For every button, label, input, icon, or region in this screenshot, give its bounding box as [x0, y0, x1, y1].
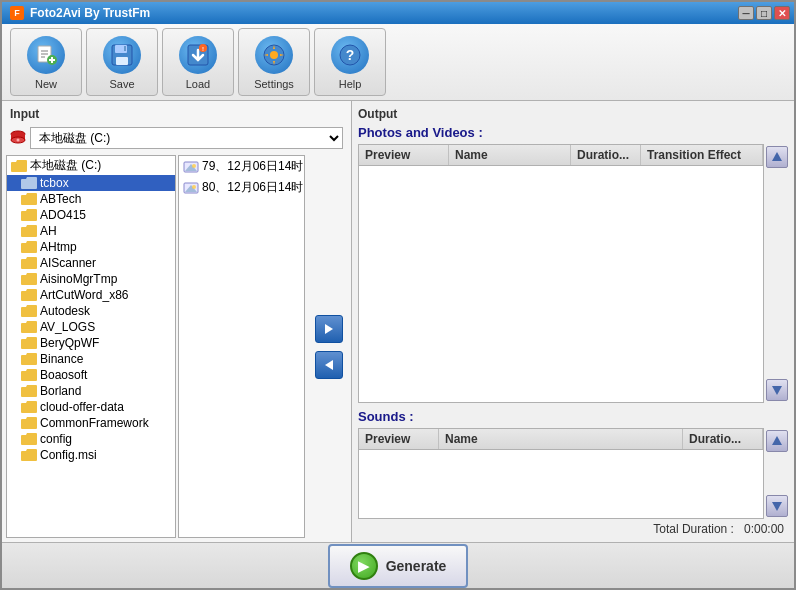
help-icon: ? — [331, 36, 369, 74]
photos-table-body[interactable] — [359, 166, 763, 402]
svg-marker-32 — [772, 436, 782, 445]
maximize-button[interactable]: □ — [756, 6, 772, 20]
svg-marker-28 — [325, 324, 333, 334]
output-label: Output — [358, 105, 788, 125]
tree-item-abtech[interactable]: ABTech — [7, 191, 175, 207]
photos-col-name-header: Name — [449, 145, 571, 165]
file-item-80[interactable]: 80、12月06日14时20... — [179, 177, 304, 198]
svg-text:!: ! — [202, 46, 204, 52]
titlebar-controls: ─ □ ✕ — [738, 6, 790, 20]
photos-col-transition-header: Transition Effect — [641, 145, 763, 165]
sounds-move-down-button[interactable] — [766, 495, 788, 517]
tree-item-borland[interactable]: Borland — [7, 383, 175, 399]
file-tree[interactable]: 本地磁盘 (C:) tcbox ABTech — [6, 155, 176, 538]
tree-item-binance[interactable]: Binance — [7, 351, 175, 367]
tree-item-ah[interactable]: AH — [7, 223, 175, 239]
save-button[interactable]: Save — [86, 28, 158, 96]
drive-icon — [10, 130, 26, 146]
settings-button[interactable]: Settings — [238, 28, 310, 96]
generate-button[interactable]: ▶ Generate — [328, 544, 469, 588]
svg-text:?: ? — [346, 47, 355, 63]
svg-rect-9 — [116, 57, 128, 65]
generate-play-icon: ▶ — [350, 552, 378, 580]
generate-label: Generate — [386, 558, 447, 574]
photos-table-container: Preview Name Duratio... Transition Effec… — [358, 144, 788, 403]
help-label: Help — [339, 78, 362, 90]
help-button[interactable]: ? Help — [314, 28, 386, 96]
photos-col-duration-header: Duratio... — [571, 145, 641, 165]
tree-item-config[interactable]: config — [7, 431, 175, 447]
main-window: F Foto2Avi By TrustFm ─ □ ✕ New — [0, 0, 796, 590]
titlebar-left: F Foto2Avi By TrustFm — [10, 6, 150, 20]
drive-selector: 本地磁盘 (C:) — [6, 125, 347, 151]
svg-marker-31 — [772, 386, 782, 395]
tree-item-boaosoft[interactable]: Boaosoft — [7, 367, 175, 383]
total-duration-value: 0:00:00 — [744, 522, 784, 536]
close-button[interactable]: ✕ — [774, 6, 790, 20]
file-item-79[interactable]: 79、12月06日14时19... — [179, 156, 304, 177]
sounds-table-header: Preview Name Duratio... — [359, 429, 763, 450]
svg-point-15 — [270, 51, 278, 59]
window-title: Foto2Avi By TrustFm — [30, 6, 150, 20]
file-list[interactable]: 79、12月06日14时19... 80、12月06日14时20... — [178, 155, 305, 538]
photos-section: Photos and Videos : Preview Name Duratio… — [358, 125, 788, 403]
photos-move-down-button[interactable] — [766, 379, 788, 401]
tree-item-cloud-offer[interactable]: cloud-offer-data — [7, 399, 175, 415]
generate-bar: ▶ Generate — [2, 542, 794, 588]
minimize-button[interactable]: ─ — [738, 6, 754, 20]
tree-item-root[interactable]: 本地磁盘 (C:) — [7, 156, 175, 175]
tree-item-ado415[interactable]: ADO415 — [7, 207, 175, 223]
tree-item-artcutword[interactable]: ArtCutWord_x86 — [7, 287, 175, 303]
remove-from-output-button[interactable] — [315, 351, 343, 379]
sounds-table-body[interactable] — [359, 450, 763, 518]
photos-table-header: Preview Name Duratio... Transition Effec… — [359, 145, 763, 166]
save-label: Save — [109, 78, 134, 90]
svg-rect-10 — [124, 46, 126, 51]
sounds-section: Sounds : Preview Name Duratio... — [358, 409, 788, 519]
input-label: Input — [6, 105, 347, 125]
photos-nav-buttons — [766, 144, 788, 403]
tree-item-aisinomgrtmp[interactable]: AisinoMgrTmp — [7, 271, 175, 287]
svg-point-27 — [192, 185, 196, 189]
output-panel: Output Photos and Videos : Preview Name … — [352, 101, 794, 542]
file-area: 本地磁盘 (C:) tcbox ABTech — [6, 155, 347, 538]
app-icon: F — [10, 6, 24, 20]
add-to-output-button[interactable] — [315, 315, 343, 343]
load-label: Load — [186, 78, 210, 90]
sounds-table: Preview Name Duratio... — [358, 428, 764, 519]
svg-point-24 — [192, 164, 196, 168]
photos-table: Preview Name Duratio... Transition Effec… — [358, 144, 764, 403]
tree-item-aiscanner[interactable]: AIScanner — [7, 255, 175, 271]
tree-item-tcbox[interactable]: tcbox — [7, 175, 175, 191]
new-button[interactable]: New — [10, 28, 82, 96]
tree-item-configmsi[interactable]: Config.msi — [7, 447, 175, 463]
sounds-section-title: Sounds : — [358, 409, 788, 424]
svg-marker-30 — [772, 152, 782, 161]
sounds-move-up-button[interactable] — [766, 430, 788, 452]
photos-move-up-button[interactable] — [766, 146, 788, 168]
svg-marker-29 — [325, 360, 333, 370]
transfer-buttons — [311, 155, 347, 538]
tree-item-avlogs[interactable]: AV_LOGS — [7, 319, 175, 335]
titlebar: F Foto2Avi By TrustFm ─ □ ✕ — [2, 2, 794, 24]
settings-label: Settings — [254, 78, 294, 90]
sounds-col-duration-header: Duratio... — [683, 429, 763, 449]
drive-dropdown[interactable]: 本地磁盘 (C:) — [30, 127, 343, 149]
svg-marker-33 — [772, 502, 782, 511]
sounds-table-container: Preview Name Duratio... — [358, 428, 788, 519]
svg-point-21 — [17, 139, 20, 142]
sounds-col-preview-header: Preview — [359, 429, 439, 449]
tree-item-autodesk[interactable]: Autodesk — [7, 303, 175, 319]
total-duration: Total Duration : 0:00:00 — [358, 519, 788, 538]
new-label: New — [35, 78, 57, 90]
tree-item-commonframework[interactable]: CommonFramework — [7, 415, 175, 431]
photos-col-preview-header: Preview — [359, 145, 449, 165]
load-button[interactable]: ! Load — [162, 28, 234, 96]
save-icon — [103, 36, 141, 74]
tree-item-beryqpwf[interactable]: BeryQpWF — [7, 335, 175, 351]
total-duration-label: Total Duration : — [653, 522, 734, 536]
tree-item-ahtmp[interactable]: AHtmp — [7, 239, 175, 255]
settings-icon — [255, 36, 293, 74]
photos-section-title: Photos and Videos : — [358, 125, 788, 140]
new-icon — [27, 36, 65, 74]
